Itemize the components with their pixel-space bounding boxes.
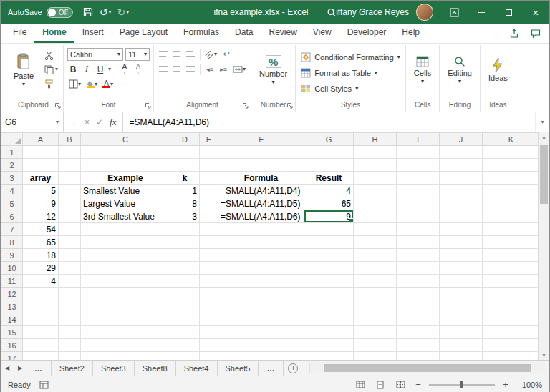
cell-F4[interactable]: =SMALL(A4:A11,D4) — [218, 185, 304, 197]
cell-J2[interactable] — [440, 159, 483, 172]
cell-C9[interactable] — [81, 249, 170, 262]
cell-C11[interactable] — [81, 275, 170, 288]
cell-B6[interactable] — [59, 210, 81, 223]
cell-C15[interactable] — [81, 326, 170, 339]
drag-handle-icon[interactable]: ⋮ — [70, 117, 78, 127]
cell-F8[interactable] — [218, 236, 304, 249]
accessibility-checker-icon[interactable] — [39, 381, 49, 389]
insert-function-button[interactable]: fx — [110, 117, 116, 128]
cell-F6[interactable]: =SMALL(A4:A11,D6) — [218, 210, 304, 223]
column-header-B[interactable]: B — [59, 133, 81, 146]
scroll-up-icon[interactable]: ▲ — [539, 134, 549, 139]
align-left-button[interactable] — [158, 63, 169, 75]
cells-button[interactable]: Cells ▾ — [410, 46, 435, 94]
scroll-down-icon[interactable]: ▼ — [539, 353, 549, 358]
cell-G10[interactable] — [304, 262, 354, 275]
cell-B12[interactable] — [59, 288, 81, 300]
increase-font-size-button[interactable]: A↑ — [119, 63, 130, 75]
cell-B7[interactable] — [59, 223, 81, 236]
cell-I8[interactable] — [397, 236, 440, 249]
sheet-nav-right-icon[interactable]: ▶ — [14, 361, 26, 376]
ribbon-tab-data[interactable]: Data — [227, 24, 261, 43]
cell-H6[interactable] — [354, 210, 397, 223]
cell-E15[interactable] — [200, 326, 218, 339]
cell-B17[interactable] — [59, 352, 81, 361]
font-size-select[interactable]: 11▾ — [125, 48, 150, 61]
copy-button[interactable]: ▾ — [43, 63, 59, 76]
cell-I4[interactable] — [397, 185, 440, 197]
cell-H4[interactable] — [354, 185, 397, 197]
cell-D7[interactable] — [170, 223, 200, 236]
cell-J15[interactable] — [440, 326, 483, 339]
column-header-F[interactable]: F — [218, 133, 304, 146]
cell-J3[interactable] — [440, 172, 483, 185]
cell-D8[interactable] — [170, 236, 200, 249]
cell-C1[interactable] — [81, 146, 170, 159]
cell-C17[interactable] — [81, 352, 170, 361]
cell-E6[interactable] — [200, 210, 218, 223]
cell-C8[interactable] — [81, 236, 170, 249]
cell-J16[interactable] — [440, 339, 483, 352]
cell-J1[interactable] — [440, 146, 483, 159]
cell-E13[interactable] — [200, 300, 218, 313]
cell-K12[interactable] — [483, 288, 540, 300]
sheet-nav-left-icon[interactable]: ◀ — [1, 361, 14, 376]
center-button[interactable] — [171, 63, 183, 75]
cell-G16[interactable] — [304, 339, 354, 352]
sheet-tab-sheet2[interactable]: Sheet2 — [52, 361, 93, 376]
borders-button[interactable]: ▾ — [67, 78, 82, 90]
column-header-G[interactable]: G — [304, 133, 354, 146]
editing-button[interactable]: Editing ▾ — [443, 46, 476, 94]
cell-C16[interactable] — [81, 339, 170, 352]
number-format-button[interactable]: % Number ▾ — [255, 46, 291, 94]
cell-I14[interactable] — [397, 313, 440, 326]
cell-D15[interactable] — [170, 326, 200, 339]
cell-E3[interactable] — [200, 172, 218, 185]
row-header-16[interactable]: 16 — [1, 339, 23, 352]
cell-F2[interactable] — [218, 159, 304, 172]
cell-A11[interactable]: 4 — [23, 275, 59, 288]
column-header-J[interactable]: J — [440, 133, 483, 146]
column-header-K[interactable]: K — [483, 133, 540, 146]
row-header-3[interactable]: 3 — [1, 172, 23, 185]
close-button[interactable]: × — [522, 1, 549, 24]
cell-F7[interactable] — [218, 223, 304, 236]
cell-C12[interactable] — [81, 288, 170, 300]
cell-I3[interactable] — [397, 172, 440, 185]
merge-center-button[interactable]: ▾ — [231, 63, 247, 75]
zoom-slider-thumb[interactable] — [460, 381, 463, 388]
cell-C3[interactable]: Example — [81, 172, 170, 185]
cell-A4[interactable]: 5 — [23, 185, 59, 197]
cell-D16[interactable] — [170, 339, 200, 352]
zoom-out-button[interactable]: − — [413, 379, 423, 390]
cell-E4[interactable] — [200, 185, 218, 197]
cell-G5[interactable]: 65 — [304, 197, 354, 210]
cell-G9[interactable] — [304, 249, 354, 262]
cell-K1[interactable] — [483, 146, 540, 159]
cell-J7[interactable] — [440, 223, 483, 236]
align-right-button[interactable] — [185, 63, 196, 75]
cell-G15[interactable] — [304, 326, 354, 339]
cell-G1[interactable] — [304, 146, 354, 159]
cell-F1[interactable] — [218, 146, 304, 159]
cell-B4[interactable] — [59, 185, 81, 197]
cell-B16[interactable] — [59, 339, 81, 352]
wrap-text-button[interactable]: ↩ — [221, 48, 232, 60]
cell-A6[interactable]: 12 — [23, 210, 59, 223]
cell-F10[interactable] — [218, 262, 304, 275]
cell-A1[interactable] — [23, 146, 59, 159]
normal-view-button[interactable] — [353, 378, 367, 391]
cell-A5[interactable]: 9 — [23, 197, 59, 210]
cell-A13[interactable] — [23, 300, 59, 313]
top-align-button[interactable] — [158, 48, 169, 60]
horizontal-scrollbar[interactable] — [309, 363, 546, 373]
cell-J14[interactable] — [440, 313, 483, 326]
ribbon-display-options-button[interactable] — [440, 1, 468, 24]
clipboard-dialog-launcher[interactable] — [55, 103, 61, 109]
ribbon-tab-review[interactable]: Review — [261, 24, 304, 43]
cell-G6[interactable]: 9 — [304, 210, 354, 223]
cell-A9[interactable]: 18 — [23, 249, 59, 262]
cell-K9[interactable] — [483, 249, 540, 262]
cell-J10[interactable] — [440, 262, 483, 275]
cut-button[interactable] — [43, 49, 59, 62]
